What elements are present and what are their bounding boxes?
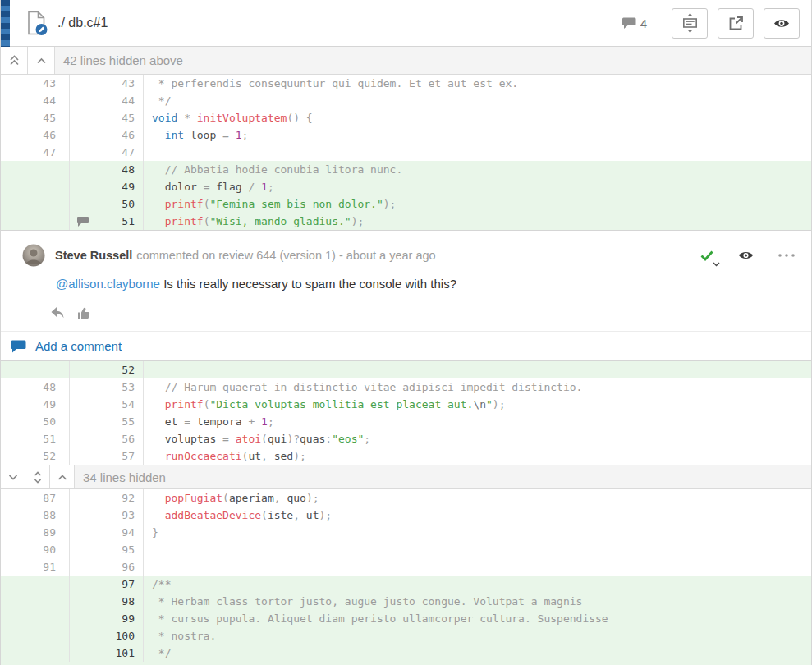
diff-block-3: 8792 popFugiat(aperiam, quo);8893 addBea… <box>1 489 811 662</box>
new-line-number[interactable]: 92 <box>70 489 144 507</box>
old-line-number[interactable]: 44 <box>1 92 70 109</box>
hidden-lines-label: 42 lines hidden above <box>63 53 183 67</box>
new-line-number[interactable]: 48 <box>70 161 144 178</box>
inline-comment-marker-icon[interactable] <box>76 216 89 227</box>
comment-body: @allison.clayborne Is this really necess… <box>56 277 811 295</box>
new-line-number[interactable]: 93 <box>70 507 144 524</box>
code-text: */ <box>144 644 171 662</box>
comment-author[interactable]: Steve Russell <box>55 249 132 262</box>
old-line-number[interactable]: 43 <box>1 75 70 92</box>
code-text: } <box>144 524 158 541</box>
code-text: // Abbatia hodie conubia litora nunc. <box>144 161 402 178</box>
old-line-number[interactable]: 91 <box>1 558 70 576</box>
new-line-number[interactable]: 46 <box>70 126 144 144</box>
old-line-number[interactable]: 87 <box>1 489 70 507</box>
new-line-number[interactable]: 101 <box>70 644 144 662</box>
thumbs-up-button[interactable] <box>77 306 91 320</box>
old-line-number[interactable] <box>1 644 70 662</box>
reply-button[interactable] <box>50 306 66 319</box>
old-line-number[interactable]: 48 <box>1 378 70 396</box>
old-line-number[interactable]: 90 <box>1 541 70 558</box>
old-line-number[interactable]: 45 <box>1 109 70 126</box>
code-line-57: 5257 runOccaecati(ut, sed); <box>1 447 811 465</box>
new-line-number[interactable]: 100 <box>70 627 144 644</box>
old-line-number[interactable] <box>1 178 70 195</box>
old-line-number[interactable]: 46 <box>1 126 70 144</box>
old-line-number[interactable] <box>1 361 70 378</box>
old-line-number[interactable] <box>1 627 70 644</box>
new-line-number[interactable]: 51 <box>70 213 144 230</box>
add-comment-icon <box>11 340 26 353</box>
code-line-46: 4646 int loop = 1; <box>1 126 811 144</box>
diff-viewer: ./ db.c#1 4 <box>0 0 812 665</box>
new-line-number[interactable]: 95 <box>70 541 144 558</box>
expand-all-above-button[interactable] <box>1 47 28 74</box>
old-line-number[interactable] <box>1 576 70 593</box>
avatar[interactable] <box>22 244 45 267</box>
code-line-92: 8792 popFugiat(aperiam, quo); <box>1 489 811 507</box>
add-comment-button[interactable]: Add a comment <box>1 332 811 360</box>
code-line-98: 98 * Herbam class tortor justo, augue ju… <box>1 593 811 610</box>
new-line-number[interactable]: 50 <box>70 195 144 213</box>
code-line-49: 49 dolor = flag / 1; <box>1 178 811 195</box>
code-line-45: 4545void * initVoluptatem() { <box>1 109 811 126</box>
new-line-number[interactable]: 96 <box>70 558 144 576</box>
old-line-number[interactable]: 51 <box>1 430 70 447</box>
comment-text: Is this really necessary to spam the con… <box>163 277 456 291</box>
comment-count[interactable]: 4 <box>622 16 647 30</box>
code-line-48: 48 // Abbatia hodie conubia litora nunc. <box>1 161 811 178</box>
new-line-number[interactable]: 56 <box>70 430 144 447</box>
new-line-number[interactable]: 99 <box>70 610 144 627</box>
mention-link[interactable]: @allison.clayborne <box>56 277 160 291</box>
thumbs-up-icon <box>77 306 91 320</box>
new-line-number[interactable]: 52 <box>70 361 144 378</box>
code-text <box>144 361 152 378</box>
old-line-number[interactable] <box>1 195 70 213</box>
new-line-number[interactable]: 47 <box>70 144 144 161</box>
expand-up-button-2[interactable] <box>50 466 75 488</box>
file-edited-icon <box>25 11 48 36</box>
comment-thread: Steve Russell commented on review 644 (v… <box>1 230 811 361</box>
old-line-number[interactable]: 49 <box>1 396 70 413</box>
code-line-95: 9095 <box>1 541 811 558</box>
new-line-number[interactable]: 97 <box>70 576 144 593</box>
old-line-number[interactable]: 89 <box>1 524 70 541</box>
new-line-number[interactable]: 54 <box>70 396 144 413</box>
code-text: printf("Wisi, mando gladius."); <box>144 213 364 230</box>
new-line-number[interactable]: 98 <box>70 593 144 610</box>
old-line-number[interactable]: 47 <box>1 144 70 161</box>
new-line-number[interactable]: 55 <box>70 413 144 430</box>
code-line-99: 99 * cursus pupula. Aliquet diam peristo… <box>1 610 811 627</box>
expand-all-button[interactable] <box>25 466 50 488</box>
code-line-96: 9196 <box>1 558 811 576</box>
new-line-number[interactable]: 49 <box>70 178 144 195</box>
new-line-number[interactable]: 57 <box>70 447 144 465</box>
old-line-number[interactable]: 50 <box>1 413 70 430</box>
new-line-number[interactable]: 53 <box>70 378 144 396</box>
change-map-stripe[interactable] <box>1 0 10 47</box>
new-line-number[interactable]: 44 <box>70 92 144 109</box>
expand-comments-icon <box>681 13 699 33</box>
new-line-number[interactable]: 43 <box>70 75 144 92</box>
old-line-number[interactable] <box>1 161 70 178</box>
code-line-97: 97/** <box>1 576 811 593</box>
watch-comment-button[interactable] <box>738 250 754 260</box>
code-line-44: 4444 */ <box>1 92 811 109</box>
added-region-continuation <box>1 662 811 665</box>
open-external-button[interactable] <box>718 8 754 39</box>
expand-up-button[interactable] <box>28 47 55 74</box>
old-line-number[interactable] <box>1 213 70 230</box>
more-options-button[interactable] <box>778 254 795 257</box>
mark-viewed-button[interactable] <box>764 8 800 39</box>
new-line-number[interactable]: 45 <box>70 109 144 126</box>
old-line-number[interactable] <box>1 610 70 627</box>
code-text <box>144 558 152 576</box>
old-line-number[interactable]: 88 <box>1 507 70 524</box>
new-line-number[interactable]: 94 <box>70 524 144 541</box>
expand-down-button[interactable] <box>1 466 25 488</box>
expand-comments-button[interactable] <box>672 8 708 39</box>
resolve-button[interactable] <box>700 250 713 261</box>
old-line-number[interactable] <box>1 593 70 610</box>
code-text: * cursus pupula. Aliquet diam peristo ul… <box>144 610 608 627</box>
old-line-number[interactable]: 52 <box>1 447 70 465</box>
